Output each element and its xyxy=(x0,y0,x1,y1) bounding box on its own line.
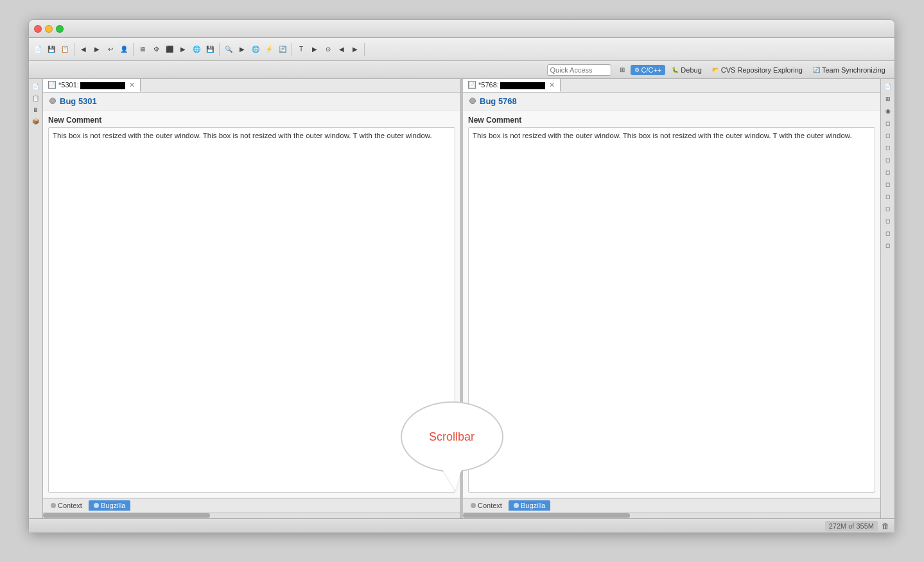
right-sidebar-icon-2[interactable]: ⊞ xyxy=(883,94,893,104)
quickaccess-input[interactable] xyxy=(547,64,611,76)
pane1-comment-textarea[interactable]: This box is not resized with the outer w… xyxy=(48,127,455,493)
tab-team-label: Team Synchronizing xyxy=(822,66,885,74)
misc4-button[interactable]: ▶ xyxy=(349,43,362,56)
tab-cvs-label: CVS Repository Exploring xyxy=(721,66,803,74)
right-sidebar-icon-10[interactable]: ◻ xyxy=(883,191,893,202)
editor-area: 📄 *5301: ✕ Bug 5301 xyxy=(43,79,880,518)
main-toolbar: 📄 💾 📋 ◀ ▶ ↩ 👤 🖥 ⚙ ⬛ ▶ 🌐 💾 🔍 ▶ 🌐 ⚡ 🔄 T xyxy=(29,38,894,61)
left-sidebar-icon-4[interactable]: 📦 xyxy=(31,116,41,127)
tab-cpp-label: C/C++ xyxy=(641,66,662,74)
tab-cpp[interactable]: ⚙ C/C++ xyxy=(631,65,666,75)
pane1-context-tab[interactable]: Context xyxy=(46,500,87,511)
text-button[interactable]: T xyxy=(295,43,308,56)
pane2-tab-close[interactable]: ✕ xyxy=(549,82,555,89)
editor-panes: 📄 *5301: ✕ Bug 5301 xyxy=(43,79,880,518)
monitor-button[interactable]: 🖥 xyxy=(136,43,149,56)
memory-info: 272M of 355M xyxy=(825,521,878,531)
tab-debug-label: Debug xyxy=(681,66,701,74)
right-sidebar-icon-13[interactable]: ◻ xyxy=(883,228,893,238)
perspective-icon-1[interactable]: ⊞ xyxy=(616,64,628,76)
right-sidebar-icon-4[interactable]: ◻ xyxy=(883,118,893,128)
pane1-scrollbar-thumb xyxy=(43,513,210,518)
minimize-button[interactable] xyxy=(45,25,53,33)
pane1-bottom-tabs: Context Bugzilla xyxy=(43,498,460,512)
tab-debug[interactable]: 🐛 Debug xyxy=(668,65,705,75)
pane1-context-dot xyxy=(51,503,56,508)
left-sidebar: 📄 📋 🖥 📦 xyxy=(29,79,43,518)
pane2-bug-title: Bug 5768 xyxy=(480,96,517,106)
pane2-scrollbar[interactable] xyxy=(463,512,880,518)
pane2-tab[interactable]: 📄 *5768: ✕ xyxy=(463,79,561,92)
save2-button[interactable]: 💾 xyxy=(204,43,216,56)
toolbar-group-run: 🖥 ⚙ ⬛ ▶ 🌐 💾 xyxy=(136,43,220,56)
pane2-scrollbar-thumb xyxy=(463,513,630,518)
right-sidebar-icon-12[interactable]: ◻ xyxy=(883,216,893,226)
toolbar-group-search: 🔍 ▶ 🌐 ⚡ 🔄 xyxy=(222,43,292,56)
misc3-button[interactable]: ◀ xyxy=(335,43,348,56)
pane1-scrollbar[interactable] xyxy=(43,512,460,518)
misc1-button[interactable]: ▶ xyxy=(308,43,321,56)
right-sidebar-icon-7[interactable]: ◻ xyxy=(883,155,893,165)
left-sidebar-icon-1[interactable]: 📄 xyxy=(31,82,41,92)
left-sidebar-icon-2[interactable]: 📋 xyxy=(31,93,41,103)
pane2-status-dot xyxy=(469,98,476,104)
pane1-tab[interactable]: 📄 *5301: ✕ xyxy=(43,79,141,92)
pane2-bug-header: Bug 5768 xyxy=(463,92,880,110)
right-sidebar-icon-5[interactable]: ◻ xyxy=(883,130,893,141)
pane1-content: Bug 5301 New Comment This box is not res… xyxy=(43,92,460,498)
flash-button[interactable]: ⚡ xyxy=(263,43,275,56)
editor-pane-2: 📄 *5768: ✕ Bug 5768 xyxy=(463,79,880,518)
tab-team[interactable]: 🔄 Team Synchronizing xyxy=(809,65,889,75)
run-button[interactable]: ▶ xyxy=(177,43,189,56)
globe-button[interactable]: 🌐 xyxy=(190,43,203,56)
trash-icon[interactable]: 🗑 xyxy=(882,522,889,531)
new-file-button[interactable]: 📄 xyxy=(31,43,44,56)
stop-button[interactable]: ⬛ xyxy=(163,43,176,56)
pane1-tab-bar: 📄 *5301: ✕ xyxy=(43,79,460,92)
pane1-new-comment-label: New Comment xyxy=(48,116,455,125)
settings-button[interactable]: ⚙ xyxy=(150,43,162,56)
pane2-bugzilla-tab[interactable]: Bugzilla xyxy=(509,500,551,511)
back-button[interactable]: ◀ xyxy=(77,43,90,56)
right-sidebar-icon-9[interactable]: ◻ xyxy=(883,179,893,189)
pane1-bug-header: Bug 5301 xyxy=(43,92,460,110)
tab-cvs[interactable]: 📂 CVS Repository Exploring xyxy=(708,65,806,75)
right-sidebar-icon-1[interactable]: 📄 xyxy=(883,82,893,92)
pane2-tab-icon: 📄 xyxy=(468,81,476,89)
pane2-bottom-tabs: Context Bugzilla xyxy=(463,498,880,512)
pane2-context-tab[interactable]: Context xyxy=(466,500,507,511)
user-button[interactable]: 👤 xyxy=(118,43,130,56)
pane2-tab-bar: 📄 *5768: ✕ xyxy=(463,79,880,92)
traffic-lights xyxy=(34,25,64,33)
pane2-bugzilla-dot xyxy=(514,503,519,508)
titlebar xyxy=(29,20,894,38)
refresh-button[interactable]: ↩ xyxy=(104,43,117,56)
editor-pane-1: 📄 *5301: ✕ Bug 5301 xyxy=(43,79,461,518)
pane2-content: Bug 5768 New Comment This box is not res… xyxy=(463,92,880,498)
right-sidebar-icon-8[interactable]: ◻ xyxy=(883,167,893,177)
pane2-new-comment-label: New Comment xyxy=(468,116,875,125)
cvs-icon: 📂 xyxy=(712,67,719,73)
statusbar: 272M of 355M 🗑 xyxy=(29,518,894,532)
play-button[interactable]: ▶ xyxy=(236,43,248,56)
pane1-bugzilla-tab[interactable]: Bugzilla xyxy=(89,500,131,511)
copy-button[interactable]: 📋 xyxy=(58,43,71,56)
misc2-button[interactable]: ⊙ xyxy=(322,43,335,56)
main-window: 📄 💾 📋 ◀ ▶ ↩ 👤 🖥 ⚙ ⬛ ▶ 🌐 💾 🔍 ▶ 🌐 ⚡ 🔄 T xyxy=(28,19,895,533)
maximize-button[interactable] xyxy=(56,25,64,33)
right-sidebar-icon-14[interactable]: ◻ xyxy=(883,240,893,250)
pane2-comment-textarea[interactable]: This box is not resized with the outer w… xyxy=(468,127,875,493)
pane2-new-comment-section: New Comment This box is not resized with… xyxy=(463,110,880,498)
quickaccess-bar: ⊞ ⚙ C/C++ 🐛 Debug 📂 CVS Repository Explo… xyxy=(29,61,894,79)
forward-button[interactable]: ▶ xyxy=(91,43,103,56)
right-sidebar-icon-3[interactable]: ◉ xyxy=(883,106,893,116)
save-button[interactable]: 💾 xyxy=(45,43,58,56)
search-button[interactable]: 🔍 xyxy=(222,43,235,56)
left-sidebar-icon-3[interactable]: 🖥 xyxy=(31,105,41,115)
right-sidebar-icon-6[interactable]: ◻ xyxy=(883,143,893,153)
pane1-tab-close[interactable]: ✕ xyxy=(129,82,135,89)
right-sidebar-icon-11[interactable]: ◻ xyxy=(883,204,893,214)
globe2-button[interactable]: 🌐 xyxy=(249,43,262,56)
sync-button[interactable]: 🔄 xyxy=(276,43,289,56)
close-button[interactable] xyxy=(34,25,42,33)
